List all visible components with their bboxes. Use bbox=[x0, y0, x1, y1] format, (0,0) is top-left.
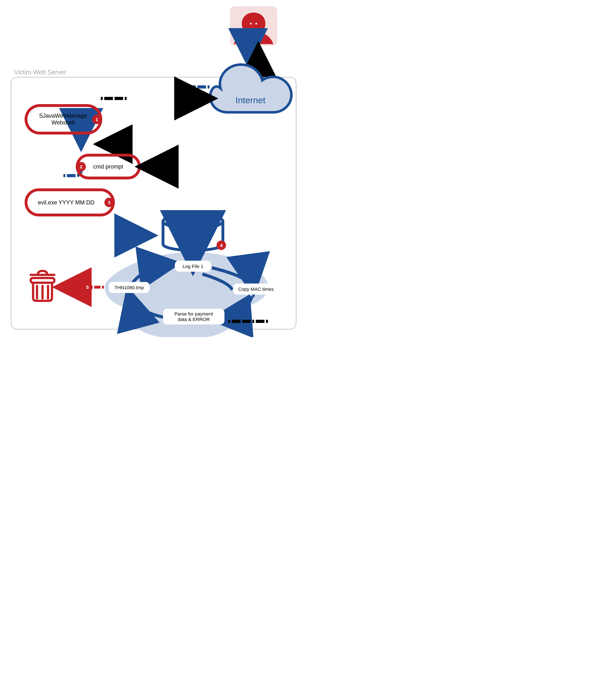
svg-text:Log File 1: Log File 1 bbox=[182, 264, 203, 269]
svg-text:data & ERROR: data & ERROR bbox=[178, 317, 210, 322]
db-icon: Click2Go Logs 4 bbox=[163, 214, 226, 250]
node-3-number: 3 bbox=[108, 200, 111, 205]
db-number: 4 bbox=[220, 243, 223, 248]
svg-text:THN1080.tmp: THN1080.tmp bbox=[115, 285, 144, 290]
node-1-line2: Webshell bbox=[51, 119, 75, 126]
node-2-label: cmd prompt bbox=[93, 163, 123, 170]
node-1-line1: SJavaWebManage bbox=[39, 112, 87, 119]
node-1-number: 1 bbox=[96, 117, 98, 122]
cycle-node-top: Log File 1 bbox=[175, 261, 211, 272]
svg-text:Copy MAC times: Copy MAC times bbox=[238, 287, 274, 292]
node-3-label: evil.exe YYYY MM DD bbox=[38, 199, 95, 206]
diagram-title: Victim Web Server bbox=[14, 69, 66, 76]
node-2-number: 2 bbox=[80, 164, 83, 169]
svg-point-0 bbox=[250, 23, 252, 24]
cycle-node-right: Copy MAC times bbox=[233, 284, 279, 295]
db-label: Click2Go Logs bbox=[174, 233, 211, 239]
cycle-node-bottom: Parse for payment data & ERROR bbox=[163, 309, 225, 325]
svg-point-1 bbox=[255, 23, 257, 24]
node-5-number: 5 bbox=[86, 285, 89, 290]
cycle-node-left: THN1080.tmp bbox=[109, 282, 150, 293]
cloud-icon: Internet bbox=[210, 65, 291, 112]
diagram-canvas: Victim Web Server Internet SJavaWebManag… bbox=[0, 0, 307, 337]
svg-text:Parse for payment: Parse for payment bbox=[174, 311, 213, 317]
node-2: cmd prompt 2 bbox=[77, 155, 139, 178]
cloud-label: Internet bbox=[235, 95, 265, 105]
svg-point-8 bbox=[163, 214, 223, 228]
n2-to-n1-arrow bbox=[101, 144, 114, 155]
node-3: evil.exe YYYY MM DD 3 bbox=[26, 190, 114, 215]
trash-icon bbox=[31, 271, 54, 301]
node-1: SJavaWebManage Webshell 1 bbox=[26, 106, 102, 133]
